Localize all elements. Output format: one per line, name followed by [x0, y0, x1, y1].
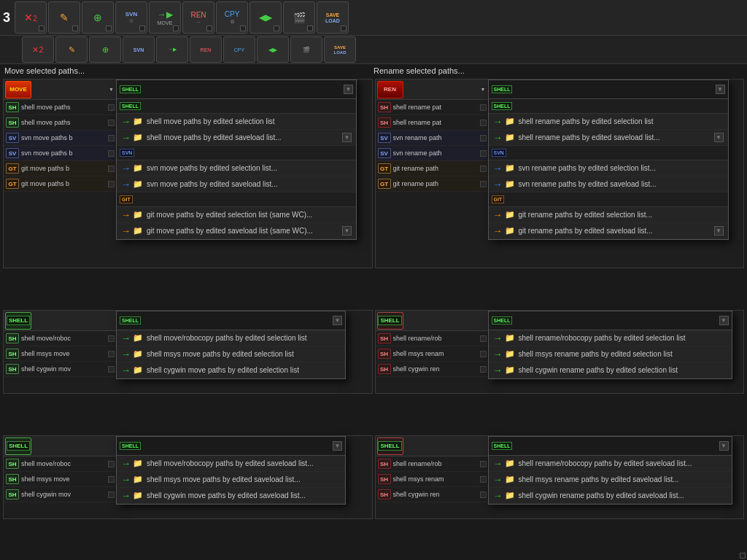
- item-checkbox[interactable]: [108, 135, 115, 141]
- item-checkbox[interactable]: [480, 150, 487, 157]
- list-item[interactable]: GT git rename path: [376, 161, 489, 176]
- dropdown-expand-btn[interactable]: ▼: [333, 441, 342, 451]
- item-checkbox[interactable]: [108, 491, 115, 498]
- item-checkbox[interactable]: [108, 166, 115, 172]
- dropdown-item[interactable]: → 📁 shell move/robocopy paths by edited …: [117, 330, 345, 346]
- toolbar-saveload-btn[interactable]: SAVE LOAD: [317, 1, 349, 34]
- list-item[interactable]: SH shell cygwin ren: [376, 487, 489, 502]
- list-item[interactable]: GT git move paths b: [4, 161, 117, 176]
- item-checkbox[interactable]: [108, 150, 115, 157]
- list-item[interactable]: SH shell cygwin ren: [376, 362, 489, 377]
- item-checkbox[interactable]: [108, 335, 115, 342]
- list-item[interactable]: SH shell move/roboc: [4, 456, 117, 472]
- dropdown-item[interactable]: → 📁 shell cygwin move paths by edited se…: [117, 362, 345, 378]
- dropdown-item[interactable]: → 📁 shell msys move paths by edited sele…: [117, 346, 345, 362]
- item-checkbox[interactable]: [108, 476, 115, 483]
- toolbar-svn-btn[interactable]: SVN ⚙: [115, 1, 147, 34]
- item-checkbox[interactable]: [480, 104, 487, 111]
- list-item[interactable]: SH shell msys renam: [376, 472, 489, 487]
- expand-icon[interactable]: ▼: [342, 226, 352, 236]
- dropdown-expand-btn[interactable]: ▼: [719, 441, 729, 451]
- toolbar2-rename-btn[interactable]: REN: [190, 36, 222, 63]
- item-checkbox[interactable]: [480, 476, 487, 483]
- toolbar-film-btn[interactable]: 🎬: [283, 1, 315, 34]
- dropdown-item[interactable]: → 📁 shell msys rename paths by edited se…: [489, 346, 732, 362]
- dropdown-expand-btn[interactable]: ▼: [719, 316, 729, 325]
- list-item[interactable]: GT git move paths b: [4, 176, 117, 192]
- dropdown-item[interactable]: → 📁 shell msys rename paths by edited sa…: [489, 472, 732, 488]
- list-item[interactable]: SH shell rename/rob: [376, 331, 489, 346]
- item-checkbox[interactable]: [480, 335, 487, 342]
- dropdown-item[interactable]: → 📁 git move paths by edited saveload li…: [117, 223, 356, 239]
- list-item[interactable]: GT git rename path: [376, 176, 489, 192]
- list-item[interactable]: SH shell move paths: [4, 115, 117, 131]
- dropdown-item[interactable]: → 📁 shell rename paths by edited saveloa…: [489, 130, 728, 146]
- list-item[interactable]: SH shell cygwin mov: [4, 487, 117, 502]
- item-checkbox[interactable]: [108, 351, 115, 357]
- dropdown-item[interactable]: → 📁 svn move paths by edited selection l…: [117, 160, 356, 176]
- list-item[interactable]: SV svn rename path: [376, 146, 489, 161]
- dropdown-item[interactable]: → 📁 shell cygwin move paths by edited sa…: [117, 488, 345, 504]
- dropdown-expand-btn[interactable]: ▼: [716, 85, 725, 94]
- item-checkbox[interactable]: [480, 181, 487, 187]
- list-item[interactable]: SH shell move/roboc: [4, 331, 117, 346]
- toolbar-copy-btn[interactable]: CPY ⧉: [216, 1, 248, 34]
- list-item[interactable]: SH shell msys renam: [376, 346, 489, 362]
- dropdown-item[interactable]: → 📁 shell move/robocopy paths by edited …: [117, 456, 345, 472]
- item-checkbox[interactable]: [480, 351, 487, 357]
- item-checkbox[interactable]: [108, 120, 115, 126]
- dropdown-item[interactable]: → 📁 shell rename/robocopy paths by edite…: [489, 456, 732, 472]
- item-checkbox[interactable]: [108, 104, 115, 111]
- dropdown-expand-btn[interactable]: ▼: [344, 85, 353, 94]
- dropdown-expand-btn[interactable]: ▼: [333, 316, 342, 325]
- item-checkbox[interactable]: [480, 166, 487, 172]
- dropdown-item[interactable]: → 📁 git rename paths by edited saveload …: [489, 223, 728, 239]
- list-item[interactable]: SH shell msys move: [4, 346, 117, 362]
- toolbar-move-btn[interactable]: →▶ MOVE: [149, 1, 181, 34]
- list-item[interactable]: SV svn move paths b: [4, 146, 117, 161]
- list-item[interactable]: SH shell rename pat: [376, 100, 489, 115]
- toolbar2-film-btn[interactable]: 🎬: [290, 36, 322, 63]
- toolbar-x2-btn[interactable]: ✕2: [15, 1, 47, 34]
- dropdown-item[interactable]: → 📁 shell cygwin rename paths by edited …: [489, 362, 732, 378]
- dropdown-item[interactable]: → 📁 svn rename paths by edited selection…: [489, 160, 728, 176]
- toolbar2-misc1-btn[interactable]: ◀▶: [257, 36, 289, 63]
- dropdown-item[interactable]: → 📁 shell move paths by edited selection…: [117, 114, 356, 130]
- list-item[interactable]: SH shell rename/rob: [376, 456, 489, 472]
- dropdown-item[interactable]: → 📁 svn move paths by edited saveload li…: [117, 176, 356, 192]
- toolbar-add-btn[interactable]: ⊕: [82, 1, 114, 34]
- toolbar-misc1-btn[interactable]: ◀▶: [249, 1, 282, 34]
- dropdown-item[interactable]: → 📁 shell rename paths by edited selecti…: [489, 114, 728, 130]
- item-checkbox[interactable]: [480, 491, 487, 498]
- expand-icon[interactable]: ▼: [342, 133, 352, 142]
- dropdown-item[interactable]: → 📁 git rename paths by edited selection…: [489, 207, 728, 223]
- toolbar-rename-btn[interactable]: REN →: [182, 1, 214, 34]
- item-checkbox[interactable]: [480, 120, 487, 126]
- item-checkbox[interactable]: [108, 181, 115, 187]
- item-checkbox[interactable]: [480, 135, 487, 141]
- item-checkbox[interactable]: [480, 461, 487, 467]
- list-item[interactable]: SH shell cygwin mov: [4, 362, 117, 377]
- toolbar2-saveload-btn[interactable]: SAVE LOAD: [324, 36, 356, 63]
- toolbar2-copy-btn[interactable]: CPY: [223, 36, 255, 63]
- item-checkbox[interactable]: [108, 366, 115, 373]
- list-item[interactable]: SV svn move paths b: [4, 131, 117, 146]
- list-item[interactable]: SH shell move paths: [4, 100, 117, 115]
- item-checkbox[interactable]: [480, 366, 487, 373]
- list-item[interactable]: SV svn rename path: [376, 131, 489, 146]
- toolbar2-add-btn[interactable]: ⊕: [89, 36, 121, 63]
- toolbar2-move-btn[interactable]: →▶: [156, 36, 188, 63]
- toolbar-edit-btn[interactable]: ✎: [48, 1, 80, 34]
- toolbar2-svn-btn[interactable]: SVN: [123, 36, 155, 63]
- item-checkbox[interactable]: [108, 461, 115, 467]
- dropdown-item[interactable]: → 📁 git move paths by edited selection l…: [117, 207, 356, 223]
- toolbar2-edit-btn[interactable]: ✎: [55, 36, 88, 63]
- list-item[interactable]: SH shell msys move: [4, 472, 117, 487]
- toolbar2-x2-btn[interactable]: ✕2: [22, 36, 54, 63]
- dropdown-item[interactable]: → 📁 shell move paths by edited saveload …: [117, 130, 356, 146]
- expand-icon[interactable]: ▼: [714, 226, 724, 236]
- expand-icon[interactable]: ▼: [714, 133, 724, 142]
- list-item[interactable]: SH shell rename pat: [376, 115, 489, 131]
- dropdown-item[interactable]: → 📁 shell msys move paths by edited save…: [117, 472, 345, 488]
- dropdown-item[interactable]: → 📁 shell rename/robocopy paths by edite…: [489, 330, 732, 346]
